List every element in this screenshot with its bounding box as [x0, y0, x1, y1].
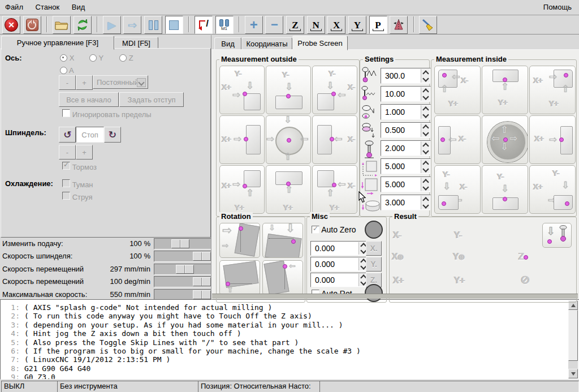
tab-probe-screen[interactable]: Probe Screen [292, 36, 348, 50]
spin-arrows[interactable] [421, 87, 430, 101]
probe-outside-ym-button[interactable]: Y- ⇩ [266, 66, 311, 114]
gcode-line[interactable]: 4:( Hint jog the Z axis down a bit then … [3, 329, 578, 338]
view-y-button[interactable]: Y [348, 16, 366, 34]
skip-lines-toggle[interactable]: / [195, 16, 213, 34]
gcode-line[interactable]: 7:( LinuxCNC 19/1/2012 2:13:51 PM ) [3, 355, 578, 364]
auto-zero-checkbox[interactable]: Auto Zero [312, 225, 356, 234]
slider-thumb[interactable] [176, 265, 194, 274]
probe-outside-xm-button[interactable]: ⇦ X- [312, 115, 357, 164]
probe-outside-yp-button[interactable]: ⇧ Y+ [266, 165, 311, 214]
tab-dro[interactable]: Координаты [241, 37, 292, 50]
reload-button[interactable] [74, 16, 92, 34]
offset-x-input[interactable]: 0.000 [310, 241, 369, 256]
spindle-stop-button[interactable]: Стоп [76, 127, 104, 143]
scroll-down-arrow[interactable] [568, 369, 578, 378]
scrollbar-thumb[interactable] [568, 310, 578, 361]
max-probe-distance-input[interactable]: 1.000 [381, 104, 431, 120]
probe-outside-xpyp-button[interactable]: X+ Y+ ⇨ ⇧ [219, 165, 265, 214]
angular-jog-speed-slider[interactable] [154, 276, 211, 287]
mist-checkbox[interactable]: Туман [62, 179, 93, 189]
menu-help[interactable]: Помощь [538, 0, 577, 14]
jog-plus-button[interactable]: + [76, 75, 93, 90]
spindle-plus-button[interactable]: + [76, 145, 93, 160]
spindle-ccw-button[interactable]: ↺ [59, 127, 76, 143]
feed-override-slider[interactable] [154, 238, 211, 249]
max-velocity-slider[interactable] [154, 289, 211, 300]
gcode-line[interactable]: 1:( AXIS "splash g-code" Not intended fo… [3, 303, 578, 312]
probe-outside-xmyp-button[interactable]: X- Y+ ⇦ ⇧ [312, 165, 357, 214]
spin-arrows[interactable] [421, 123, 430, 137]
probe-inside-yp-button[interactable]: ⇧ Y+ [482, 66, 528, 114]
slider-thumb[interactable] [193, 252, 211, 261]
probe-inside-xpyp-button[interactable]: ⇨ ⇧ X+ Y+ [529, 66, 576, 114]
probe-inside-ymxm-button[interactable]: Y- X- ⇩ ⇦ [434, 165, 481, 214]
probe-inside-xmyp-button[interactable]: ⇦ ⇧ X- Y+ [434, 66, 481, 114]
offset-z-input[interactable]: 0.000 [310, 273, 369, 287]
probe-inside-hole-center-button[interactable]: ⇧ ⇩ ⇦ ⇨ [482, 115, 528, 164]
gcode-line[interactable]: 8:G21 G90 G64 G40 [3, 364, 578, 373]
touch-off-button[interactable]: Задать отступ [119, 92, 184, 107]
home-all-button[interactable]: Все в начало [59, 92, 119, 107]
spindle-cw-button[interactable]: ↻ [104, 127, 121, 143]
gcode-scrollbar[interactable] [568, 300, 578, 378]
slider-thumb[interactable] [171, 239, 189, 248]
view-x-button[interactable]: X [327, 16, 345, 34]
rotation-yp-button[interactable]: ⇧ [219, 260, 260, 295]
gcode-line[interactable]: 6:( If the program is too big or small f… [3, 347, 578, 355]
jog-speed-slider[interactable] [154, 264, 211, 275]
view-z-rotated-button[interactable]: N [307, 16, 325, 34]
gcode-line[interactable]: 9:G0 Z3.0 [3, 373, 578, 380]
probe-inside-xp-button[interactable]: ⇨ X+ [529, 115, 576, 164]
probe-outside-xmym-button[interactable]: Y- X- ⇩ ⇦ [312, 66, 357, 114]
z-clearance-input[interactable]: 3.000 [381, 195, 431, 210]
gcode-line[interactable]: 5:( Also press the Toggle Skip Lines wit… [3, 338, 578, 347]
jog-increment-combobox[interactable]: Постоянный [93, 75, 148, 89]
spin-arrows[interactable] [421, 69, 430, 83]
zoom-out-button[interactable]: − [265, 16, 283, 34]
estop-button[interactable]: ✕ [2, 16, 20, 34]
probe-inside-ym-button[interactable]: Y- ⇩ [482, 165, 528, 214]
probe-outside-xpym-button[interactable]: Y- X+ ⇩ ⇨ [219, 66, 265, 114]
rotate-view-button[interactable] [390, 16, 408, 34]
axis-radio-z[interactable]: Z [119, 54, 133, 62]
spin-arrows[interactable] [421, 105, 430, 119]
spindle-override-slider[interactable] [154, 251, 211, 262]
menu-view[interactable]: Вид [67, 0, 90, 14]
zoom-in-button[interactable]: + [245, 16, 263, 34]
gcode-line[interactable]: 2:( To run this code anyway you might ha… [3, 312, 578, 320]
gcode-listing[interactable]: 1:( AXIS "splash g-code" Not intended fo… [0, 299, 579, 380]
probe-outside-center-button[interactable]: ⇩ ⇧ ⇨ ⇦ [266, 115, 311, 164]
menu-machine[interactable]: Станок [31, 0, 65, 14]
run-step-button[interactable]: ⇨ [123, 16, 141, 34]
run-button[interactable]: ▶ [103, 16, 121, 34]
view-perspective-button[interactable]: P [369, 16, 387, 34]
open-file-button[interactable] [53, 16, 71, 34]
brake-checkbox[interactable]: Тормоз [62, 162, 97, 171]
probe-outside-xp-button[interactable]: X+ ⇨ [219, 115, 265, 164]
zero-y-button[interactable]: Y. [366, 257, 382, 272]
slider-thumb[interactable] [193, 290, 211, 299]
spin-arrows[interactable] [421, 196, 430, 209]
probe-inside-ymxp-button[interactable]: Y- X+ ⇩ ⇨ [529, 165, 576, 214]
zero-x-button[interactable]: X. [366, 241, 382, 256]
ignore-limits-checkbox[interactable]: Игнорировать пределы [62, 109, 152, 119]
axis-radio-y[interactable]: Y [89, 54, 103, 62]
machine-power-button[interactable] [23, 16, 41, 34]
probe-down-button[interactable]: ⇩ [542, 223, 572, 248]
probe-slow-feed-input[interactable]: 10.00 [381, 86, 431, 102]
flood-checkbox[interactable]: Струя [62, 192, 92, 201]
probe-return-distance-input[interactable]: 0.500 [381, 122, 431, 138]
offset-y-input[interactable]: 0.000 [310, 257, 369, 272]
rotation-ym-button[interactable]: ⇩ ⇩ [262, 223, 303, 258]
axis-radio-x[interactable]: X [60, 54, 74, 62]
rotation-xm-button[interactable]: ⇦ [262, 260, 303, 295]
probe-diameter-input[interactable]: 2.000 [381, 140, 431, 156]
stop-button[interactable] [165, 16, 183, 34]
jog-minus-button[interactable]: - [59, 75, 76, 90]
spin-arrows[interactable] [421, 178, 430, 191]
menu-file[interactable]: Файл [0, 0, 28, 14]
gcode-line[interactable]: 3:( depending on your setup. As if you h… [3, 321, 578, 329]
slider-thumb[interactable] [193, 277, 211, 286]
probe-inside-xm-button[interactable]: ⇦ X- [434, 115, 481, 164]
pause-button[interactable] [144, 16, 162, 34]
